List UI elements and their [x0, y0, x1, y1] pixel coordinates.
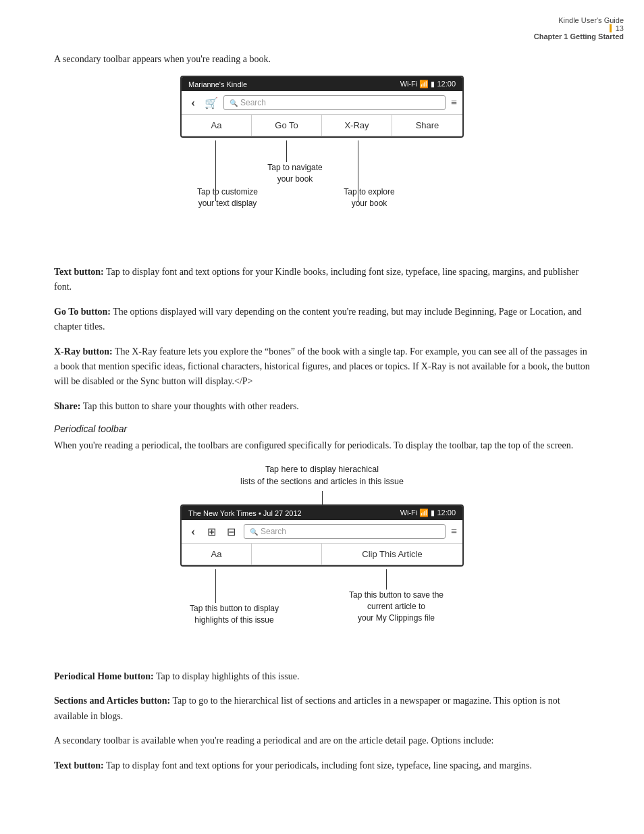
wifi-time: Wi-Fi 📶 ▮ 12:00: [400, 80, 456, 88]
time-display: 12:00: [437, 80, 456, 88]
periodical-text-button-label: Text button:: [54, 760, 104, 771]
cart-icon[interactable]: 🛒: [205, 97, 218, 109]
intro-text: A secondary toolbar appears when you're …: [54, 54, 590, 65]
periodical-home-text: Tap to display highlights of this issue.: [156, 671, 300, 681]
guide-title: Kindle User's Guide: [534, 16, 624, 24]
xray-line2: [358, 181, 358, 201]
wifi-label: Wi-Fi: [400, 80, 418, 88]
page-number: 13: [610, 24, 624, 32]
aa-line: [215, 140, 216, 181]
goto-button-label: Go To button:: [54, 307, 111, 317]
sections-articles-desc: Sections and Articles button: Tap to go …: [54, 694, 590, 724]
periodical-back-button[interactable]: ‹: [187, 525, 199, 539]
goto-button-desc: Go To button: The options displayed will…: [54, 305, 590, 335]
share-button-label: Share:: [54, 401, 80, 411]
periodical-nav-clip[interactable]: Clip This Article: [322, 544, 462, 565]
xray-button-desc: X-Ray button: The X-Ray feature lets you…: [54, 344, 590, 390]
search-box[interactable]: 🔍 Search: [223, 95, 446, 110]
kindle-frame: Marianne's Kindle Wi-Fi 📶 ▮ 12:00 ‹ 🛒 🔍 …: [180, 76, 464, 138]
periodical-clip-line: [386, 569, 387, 590]
tap-explore-annotation: Tap to exploreyour book: [322, 186, 417, 209]
periodical-wifi-icon: 📶: [419, 509, 431, 517]
kindle-toolbar-diagram: Marianne's Kindle Wi-Fi 📶 ▮ 12:00 ‹ 🛒 🔍 …: [180, 76, 464, 249]
periodical-section-title: Periodical toolbar: [54, 423, 590, 434]
periodical-toolbar-row: ‹ ⊞ ⊟ 🔍 Search ≡: [182, 520, 462, 544]
xray-line: [358, 140, 358, 181]
periodical-text-button-text: Tap to display font and text options for…: [106, 760, 532, 771]
periodical-status-bar: The New York Times • Jul 27 2012 Wi-Fi 📶…: [182, 506, 462, 520]
periodical-nav-empty: [252, 544, 322, 565]
share-button-desc: Share: Tap this button to share your tho…: [54, 399, 590, 414]
page: Kindle User's Guide 13 Chapter 1 Getting…: [0, 0, 644, 834]
periodical-home-label: Periodical Home button:: [54, 671, 154, 681]
sections-articles-label: Sections and Articles button:: [54, 696, 170, 706]
periodical-search-box[interactable]: 🔍 Search: [244, 524, 446, 539]
periodical-nav-aa[interactable]: Aa: [182, 544, 252, 565]
back-button[interactable]: ‹: [187, 96, 199, 110]
tap-here-annotation: Tap here to display hierachicallists of …: [54, 463, 590, 489]
periodical-search-placeholder: Search: [261, 527, 286, 536]
text-button-label: Text button:: [54, 267, 104, 277]
periodical-battery-icon: ▮: [431, 509, 435, 517]
periodical-annotations: Tap this button to displayhighlights of …: [180, 569, 464, 664]
periodical-toolbar-diagram: The New York Times • Jul 27 2012 Wi-Fi 📶…: [180, 504, 464, 664]
tap-here-line: [322, 491, 323, 504]
diagram-annotations: Tap to navigateyour book Tap to customiz…: [180, 140, 464, 249]
nav-item-share[interactable]: Share: [392, 115, 462, 136]
nav-item-aa[interactable]: Aa: [182, 115, 252, 136]
periodical-menu-icon[interactable]: ≡: [451, 525, 457, 538]
periodical-text-button-desc: Text button: Tap to display font and tex…: [54, 758, 590, 773]
goto-line: [286, 140, 287, 162]
tap-customize-annotation: Tap to customizeyour text display: [180, 186, 275, 209]
tap-save-annotation: Tap this button to save thecurrent artic…: [336, 590, 457, 623]
kindle-toolbar-row: ‹ 🛒 🔍 Search ≡: [182, 91, 462, 115]
aa-line2: [215, 181, 216, 201]
periodical-intro-text: When you're reading a periodical, the to…: [54, 438, 590, 453]
tap-here-line-container: [54, 491, 590, 504]
periodical-aa-line: [215, 569, 216, 603]
periodical-kindle-frame: The New York Times • Jul 27 2012 Wi-Fi 📶…: [180, 504, 464, 567]
tap-navigate-annotation: Tap to navigateyour book: [248, 162, 342, 185]
periodical-home-desc: Periodical Home button: Tap to display h…: [54, 669, 590, 684]
tap-highlights-annotation: Tap this button to displayhighlights of …: [180, 603, 288, 626]
periodical-wifi-label: Wi-Fi: [400, 509, 418, 517]
device-name: Marianne's Kindle: [188, 80, 247, 88]
kindle-nav-row: Aa Go To X-Ray Share: [182, 115, 462, 136]
periodical-wifi-time: Wi-Fi 📶 ▮ 12:00: [400, 509, 456, 517]
battery-icon: ▮: [431, 80, 435, 88]
goto-button-text: The options displayed will vary dependin…: [54, 307, 582, 332]
wifi-icon: 📶: [419, 80, 431, 88]
nav-item-goto[interactable]: Go To: [252, 115, 322, 136]
xray-button-text: The X-Ray feature lets you explore the “…: [54, 346, 590, 387]
share-button-text: Tap this button to share your thoughts w…: [83, 401, 299, 411]
sections-articles-icon[interactable]: ⊟: [224, 525, 238, 538]
search-icon: 🔍: [230, 99, 238, 107]
kindle-status-bar: Marianne's Kindle Wi-Fi 📶 ▮ 12:00: [182, 77, 462, 91]
xray-button-label: X-Ray button:: [54, 346, 113, 357]
periodical-nav-row: Aa Clip This Article: [182, 544, 462, 565]
publication-name: The New York Times • Jul 27 2012: [188, 509, 302, 517]
nav-item-xray[interactable]: X-Ray: [322, 115, 392, 136]
secondary-toolbar-note: A secondary toolbar is available when yo…: [54, 733, 590, 748]
text-button-desc: Text button: Tap to display font and tex…: [54, 265, 590, 295]
periodical-search-icon: 🔍: [250, 528, 258, 536]
page-header: Kindle User's Guide 13 Chapter 1 Getting…: [534, 16, 624, 41]
periodical-home-icon[interactable]: ⊞: [205, 525, 219, 538]
text-button-text: Tap to display font and text options for…: [54, 267, 579, 292]
chapter-title: Chapter 1 Getting Started: [534, 32, 624, 41]
menu-icon[interactable]: ≡: [451, 97, 457, 109]
search-placeholder: Search: [240, 98, 266, 107]
periodical-time-display: 12:00: [437, 509, 456, 517]
